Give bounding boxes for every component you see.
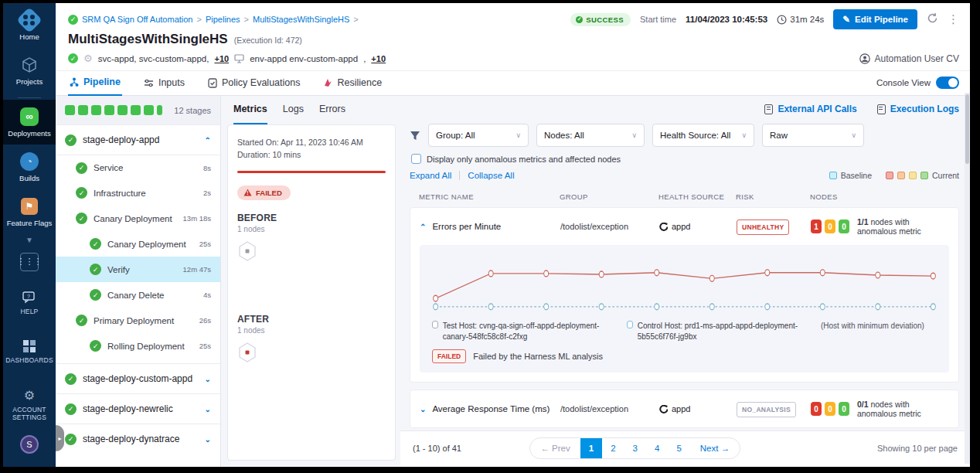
- tab-logs[interactable]: Logs: [283, 104, 304, 124]
- metrics-table: METRIC NAME GROUP HEALTH SOURCE RISK NOD…: [410, 188, 959, 429]
- tab-policy-evaluations[interactable]: Policy Evaluations: [206, 77, 301, 95]
- group-filter-dropdown[interactable]: Group: All∨: [428, 124, 529, 147]
- edit-pipeline-button[interactable]: ✎ Edit Pipeline: [833, 9, 917, 29]
- tab-inputs[interactable]: Inputs: [142, 77, 186, 95]
- health-source-filter-dropdown[interactable]: Health Source: All∨: [652, 124, 754, 147]
- step-row-verify[interactable]: ✓ Verify 12m 47s: [56, 257, 220, 282]
- pagination: (1 - 10) of 41 ← Prev 1 2 3 4 5 Next → S…: [400, 430, 970, 467]
- chevron-up-icon[interactable]: ⌃: [420, 223, 426, 231]
- page-button-2[interactable]: 2: [602, 438, 624, 458]
- step-duration: 25s: [199, 240, 211, 248]
- sidebar-item-projects[interactable]: Projects: [3, 48, 56, 93]
- before-node-hexagon[interactable]: [237, 241, 257, 261]
- metric-chart-svg[interactable]: [427, 256, 941, 316]
- document-icon: [764, 104, 773, 114]
- step-row-canary-deployment-group[interactable]: ✓ Canary Deployment 13m 18s: [56, 206, 220, 231]
- step-row-rolling-deployment[interactable]: ✓ Rolling Deployment 25s: [56, 333, 220, 359]
- metric-group: /todolist/exception: [560, 404, 659, 413]
- stage-row-custom-appd[interactable]: ✓ stage-deploy-custom-appd ⌄: [56, 363, 220, 393]
- pencil-icon: ✎: [842, 14, 850, 25]
- collapse-all-link[interactable]: Collapse All: [468, 171, 514, 180]
- nav-more-chevron-icon[interactable]: ▼: [26, 234, 33, 246]
- step-row-infrastructure[interactable]: ✓ Infrastructure 2s: [56, 180, 220, 206]
- environments-more-link[interactable]: +10: [371, 54, 386, 63]
- col-nodes: NODES: [810, 192, 950, 201]
- filter-icon[interactable]: [410, 131, 420, 141]
- chevron-down-icon[interactable]: ⌄: [205, 405, 211, 413]
- chevron-down-icon[interactable]: ⌄: [205, 375, 211, 383]
- appd-icon: [659, 223, 668, 231]
- success-mini-icon: ✓: [68, 53, 78, 63]
- sidebar-item-account-settings[interactable]: ⚙ ACCOUNT SETTINGS: [3, 381, 56, 427]
- stage-row-dynatrace[interactable]: ✓ stage-deploy-dynatrace ⌄: [56, 424, 220, 454]
- sidebar-item-help[interactable]: ? HELP: [3, 284, 56, 322]
- page-button-4[interactable]: 4: [646, 438, 668, 458]
- tab-pipeline[interactable]: Pipeline: [68, 77, 122, 96]
- metric-name: Errors per Minute: [432, 222, 501, 231]
- builds-icon: ◔: [19, 151, 39, 172]
- step-row-primary-deployment[interactable]: ✓ Primary Deployment 26s: [56, 308, 220, 333]
- breadcrumb-pipelines[interactable]: Pipelines: [206, 15, 240, 24]
- anomalous-only-checkbox[interactable]: [411, 154, 421, 164]
- services-more-link[interactable]: +10: [214, 54, 229, 63]
- step-label: Primary Deployment: [94, 316, 174, 325]
- chart-legend: Baseline Current: [829, 171, 959, 180]
- tab-resilience[interactable]: Resilience: [322, 77, 383, 95]
- external-api-calls-link[interactable]: External API Calls: [764, 104, 856, 114]
- after-node-hexagon[interactable]: [237, 342, 257, 362]
- prev-page-button[interactable]: ← Prev: [530, 438, 580, 458]
- stage-row-newrelic[interactable]: ✓ stage-deploy-newrelic ⌄: [56, 393, 220, 424]
- nav-divider: [18, 97, 41, 98]
- avatar-initial: S: [26, 440, 32, 449]
- control-host-checkbox[interactable]: [627, 321, 633, 328]
- module-selector[interactable]: ⋮⋮⋮: [3, 246, 56, 277]
- expand-all-link[interactable]: Expand All: [410, 171, 451, 180]
- node-summary-ratio: 1/1: [857, 217, 869, 226]
- raw-filter-dropdown[interactable]: Raw∨: [762, 124, 864, 147]
- page-title: MultiStagesWithSingleHS: [68, 32, 228, 47]
- sidebar-item-builds[interactable]: ◔ Builds: [3, 145, 56, 189]
- resilience-icon: [323, 78, 332, 87]
- breadcrumb-project[interactable]: SRM QA Sign Off Automation: [82, 15, 192, 24]
- page-button-1[interactable]: 1: [580, 438, 602, 458]
- console-view-toggle[interactable]: [936, 77, 959, 89]
- breadcrumb-pipeline[interactable]: MultiStagesWithSingleHS: [253, 15, 349, 24]
- breadcrumb-separator: >: [353, 15, 358, 24]
- services-gear-icon: ⚙: [83, 53, 93, 64]
- account-settings-label: ACCOUNT SETTINGS: [3, 406, 56, 421]
- refresh-button[interactable]: [927, 12, 938, 26]
- vertical-scrollbar[interactable]: [965, 93, 970, 464]
- sidebar-item-deployments[interactable]: ∞ Deployments: [3, 100, 56, 145]
- inputs-icon: [144, 79, 154, 87]
- chevron-down-icon[interactable]: ⌄: [420, 405, 426, 413]
- sidebar-item-home[interactable]: Home: [3, 3, 56, 48]
- sidebar-item-label: Home: [19, 33, 39, 42]
- chevron-up-icon[interactable]: ⌃: [205, 136, 211, 145]
- step-label: Service: [94, 163, 123, 172]
- stage-row-appd[interactable]: ✓ stage-deploy-appd ⌃: [56, 124, 220, 155]
- step-label: Verify: [107, 265, 130, 274]
- test-host-checkbox[interactable]: [432, 321, 438, 328]
- page-button-3[interactable]: 3: [624, 438, 646, 458]
- sidebar-item-label: Feature Flags: [7, 219, 53, 228]
- next-page-button[interactable]: Next →: [690, 438, 740, 458]
- execution-logs-link[interactable]: Execution Logs: [877, 104, 959, 114]
- avatar[interactable]: S: [20, 435, 39, 454]
- step-row-service[interactable]: ✓ Service 8s: [56, 155, 220, 180]
- sidebar-item-dashboards[interactable]: DASHBOARDS: [3, 332, 56, 370]
- page-button-5[interactable]: 5: [668, 438, 689, 458]
- chevron-down-icon[interactable]: ⌄: [205, 435, 211, 444]
- step-row-canary-delete[interactable]: ✓ Canary Delete 4s: [56, 282, 220, 308]
- deployments-icon: ∞: [19, 107, 39, 127]
- stage-list-panel: 12 stages ✓ stage-deploy-appd ⌃ ✓ Servic…: [56, 96, 221, 467]
- sidebar-item-feature-flags[interactable]: ⚑ Feature Flags: [3, 189, 56, 234]
- more-options-button[interactable]: ⋮: [948, 12, 959, 26]
- svg-text:?: ?: [27, 294, 30, 299]
- help-label: HELP: [20, 308, 38, 315]
- scrollbar-thumb[interactable]: [965, 94, 969, 164]
- svg-text:!: !: [247, 190, 248, 196]
- tab-metrics[interactable]: Metrics: [233, 104, 267, 124]
- tab-errors[interactable]: Errors: [319, 104, 345, 124]
- step-row-canary-deployment[interactable]: ✓ Canary Deployment 25s: [56, 231, 220, 257]
- nodes-filter-dropdown[interactable]: Nodes: All∨: [536, 124, 645, 147]
